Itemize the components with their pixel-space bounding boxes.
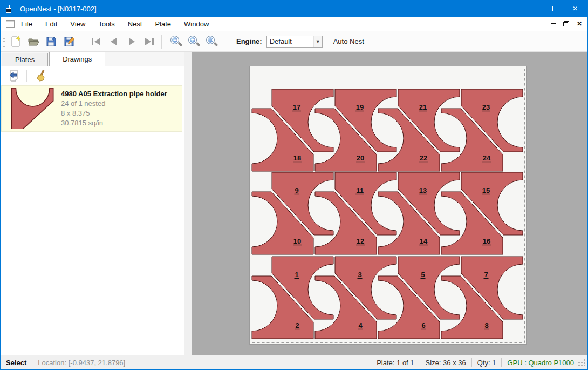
drawing-nested-count: 24 of 1 nested [61, 99, 167, 107]
menu-bar: File Edit View Tools Nest Plate Window ✕ [1, 17, 587, 31]
panel-tabstrip: Plates Drawings [1, 52, 184, 66]
nav-first-button[interactable] [88, 34, 104, 49]
save-button[interactable] [44, 34, 59, 49]
clean-button[interactable] [33, 69, 47, 83]
part-number-label: 19 [356, 103, 364, 111]
menu-tools[interactable]: Tools [92, 17, 121, 31]
nav-last-button[interactable] [142, 34, 157, 49]
save-icon [45, 36, 57, 48]
toolbar-grip[interactable] [3, 35, 5, 49]
part-number-label: 10 [293, 237, 301, 245]
part-number-label: 3 [358, 271, 361, 279]
tab-drawings[interactable]: Drawings [49, 52, 105, 66]
auto-nest-button[interactable]: Auto Nest [330, 36, 367, 47]
part-number-label: 22 [420, 154, 427, 162]
menu-view[interactable]: View [64, 17, 92, 31]
engine-value: Default [267, 37, 313, 45]
resize-grip[interactable] [578, 359, 586, 367]
status-size: Size: 36 x 36 [426, 359, 466, 367]
chevron-down-icon[interactable]: ▼ [313, 36, 322, 47]
part-number-label: 13 [419, 186, 427, 194]
status-location: Location: [-0.9437, 21.8796] [38, 359, 125, 367]
plate[interactable]: 182022241719212310121416911131524681357 [249, 66, 527, 345]
drawing-thumbnail [9, 88, 56, 129]
drawing-list-item[interactable]: 4980 A05 Extraction pipe holder 24 of 1 … [1, 85, 182, 132]
part-number-label: 12 [357, 237, 364, 245]
main-area: Plates Drawings [1, 52, 587, 356]
part-number-label: 4 [358, 321, 363, 329]
status-qty: Qty: 1 [477, 359, 496, 367]
part-number-label: 15 [482, 186, 490, 194]
menu-file[interactable]: File [15, 17, 39, 31]
part-number-label: 7 [484, 271, 488, 279]
part-number-label: 20 [357, 154, 364, 162]
open-file-button[interactable] [26, 34, 41, 49]
mdi-close-icon[interactable]: ✕ [577, 20, 582, 28]
tab-plates[interactable]: Plates [2, 53, 48, 66]
drawing-area: 30.7815 sq/in [61, 119, 167, 127]
zoom-out-icon: − [170, 35, 183, 48]
new-file-icon [10, 36, 22, 48]
window-title: OpenNest - [N0317-002] [20, 5, 97, 13]
drawing-title: 4980 A05 Extraction pipe holder [61, 90, 167, 98]
menu-window[interactable]: Window [177, 17, 215, 31]
nav-prev-button[interactable] [106, 34, 121, 49]
nav-prev-icon [108, 36, 120, 48]
left-panel: Plates Drawings [1, 52, 184, 356]
part-number-label: 16 [483, 237, 490, 245]
mdi-minimize-icon[interactable] [551, 23, 556, 24]
nav-first-icon [90, 36, 102, 48]
nested-parts: 182022241719212310121416911131524681357 [250, 66, 527, 345]
app-window: OpenNest - [N0317-002] ✕ File Edit View … [0, 0, 588, 370]
part-number-label: 24 [483, 154, 491, 162]
status-plate: Plate: 1 of 1 [377, 359, 414, 367]
menu-edit[interactable]: Edit [39, 17, 64, 31]
engine-label: Engine: [236, 37, 262, 45]
open-folder-icon [28, 36, 39, 48]
mdi-restore-icon[interactable] [563, 21, 569, 26]
zoom-fit-icon [206, 35, 218, 48]
zoom-out-button[interactable]: − [169, 34, 184, 49]
part-number-label: 18 [293, 154, 301, 162]
title-bar: OpenNest - [N0317-002] ✕ [1, 1, 587, 17]
menu-nest[interactable]: Nest [121, 17, 149, 31]
nav-last-icon [143, 36, 155, 48]
part-number-label: 5 [421, 271, 425, 279]
part-number-label: 11 [356, 186, 364, 194]
part-number-label: 17 [293, 103, 300, 111]
save-as-button[interactable] [61, 34, 77, 49]
status-mode: Select [6, 359, 26, 367]
import-drawing-button[interactable] [7, 69, 21, 83]
part-number-label: 14 [420, 237, 428, 245]
part-number-label: 2 [295, 321, 299, 329]
new-file-button[interactable] [8, 34, 23, 49]
part-number-label: 6 [421, 321, 425, 329]
part-number-label: 9 [295, 186, 298, 194]
mdi-child-icon[interactable] [6, 20, 15, 28]
engine-select[interactable]: Default ▼ [266, 36, 323, 48]
part-number-label: 23 [482, 103, 490, 111]
clean-icon [35, 70, 46, 82]
panel-splitter[interactable] [184, 52, 192, 356]
status-bar: Select Location: [-0.9437, 21.8796] Plat… [1, 355, 587, 369]
nav-next-button[interactable] [124, 34, 139, 49]
import-drawing-icon [8, 70, 20, 82]
drawing-size: 8 x 8.375 [61, 109, 167, 117]
app-mdi-icon [6, 5, 15, 13]
zoom-fit-button[interactable] [204, 34, 220, 49]
menu-plate[interactable]: Plate [148, 17, 177, 31]
minimize-button[interactable] [513, 1, 538, 17]
part-number-label: 8 [484, 321, 488, 329]
maximize-button[interactable] [538, 1, 563, 17]
nest-canvas[interactable]: 182022241719212310121416911131524681357 [192, 52, 588, 356]
main-toolbar: − + Engine: Default ▼ Auto Nest [1, 31, 587, 52]
part-number-label: 1 [295, 271, 298, 279]
zoom-in-icon: + [188, 35, 201, 48]
drawings-toolbar [1, 67, 184, 84]
zoom-in-button[interactable]: + [187, 34, 202, 49]
nav-next-icon [126, 36, 138, 48]
save-as-icon [63, 36, 75, 48]
close-button[interactable]: ✕ [563, 1, 587, 17]
status-gpu: GPU : Quadro P1000 [507, 359, 574, 367]
part-number-label: 21 [419, 103, 427, 111]
